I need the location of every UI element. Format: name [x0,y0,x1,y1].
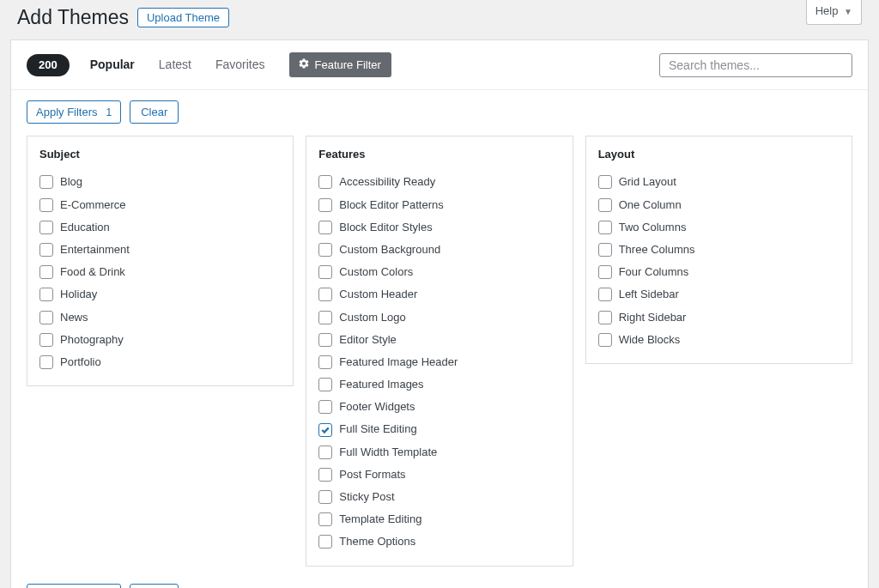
filter-checkbox-label: Theme Options [339,534,415,549]
filter-checkbox-row[interactable]: Template Editing [318,508,560,530]
filter-checkbox-row[interactable]: One Column [598,194,840,216]
filter-checkbox-row[interactable]: Three Columns [598,239,840,261]
filter-checkbox-label: Holiday [60,287,97,302]
apply-filters-button[interactable]: Apply Filters 1 [27,584,121,588]
checkbox-icon [39,333,53,347]
filter-checkbox-label: Block Editor Styles [339,220,432,235]
filter-checkbox-row[interactable]: Grid Layout [598,171,840,193]
checkbox-icon [39,243,53,257]
filter-checkbox-row[interactable]: Food & Drink [39,261,281,283]
browser-bar: 200 Popular Latest Favorites Feature Fil… [11,40,868,90]
filter-checkbox-row[interactable]: Blog [39,171,281,193]
tab-popular[interactable]: Popular [82,53,143,77]
filter-col-layout: Layout Grid LayoutOne ColumnTwo ColumnsT… [585,136,852,364]
filter-checkbox-label: Editor Style [339,332,396,348]
checkbox-icon [39,221,53,234]
filter-checkbox-label: Template Editing [339,512,421,527]
clear-button[interactable]: Clear [130,584,179,588]
filter-checkbox-row[interactable]: Featured Image Header [318,351,560,373]
feature-filter-button[interactable]: Feature Filter [289,52,391,77]
checkbox-icon [318,446,332,459]
checkbox-icon [318,378,332,391]
filter-checkbox-row[interactable]: Editor Style [318,329,560,351]
checkbox-checked-icon [318,423,332,437]
checkbox-icon [318,512,332,526]
filter-checkbox-row[interactable]: Full Site Editing [318,418,560,440]
filter-checkbox-label: Grid Layout [619,174,676,190]
filter-checkbox-label: Post Formats [339,467,405,482]
checkbox-icon [39,265,53,279]
checkbox-icon [318,355,332,369]
checkbox-icon [318,288,332,301]
feature-filter-label: Feature Filter [315,58,381,71]
tab-favorites[interactable]: Favorites [207,53,274,77]
filter-col-title: Subject [39,147,281,162]
filter-col-subject: Subject BlogE-CommerceEducationEntertain… [27,136,294,386]
filter-checkbox-label: Custom Header [339,287,417,302]
filter-checkbox-label: Portfolio [60,355,101,370]
filter-checkbox-row[interactable]: Footer Widgets [318,396,560,418]
checkbox-icon [318,400,332,414]
checkbox-icon [598,333,612,347]
filter-checkbox-row[interactable]: Custom Background [318,239,560,261]
filter-checkbox-row[interactable]: Block Editor Styles [318,216,560,239]
filter-checkbox-row[interactable]: Four Columns [598,261,840,283]
filter-checkbox-row[interactable]: Two Columns [598,216,840,239]
filter-checkbox-label: Sticky Post [339,489,394,505]
filter-checkbox-row[interactable]: E-Commerce [39,194,281,216]
filter-checkbox-label: Four Columns [619,264,689,280]
filter-checkbox-label: Featured Image Header [339,355,458,370]
help-tab[interactable]: Help ▼ [806,0,862,25]
checkbox-icon [318,265,332,279]
checkbox-icon [39,355,53,369]
checkbox-icon [39,288,53,301]
caret-down-icon: ▼ [844,7,852,16]
filter-checkbox-row[interactable]: Post Formats [318,464,560,486]
filter-checkbox-label: E-Commerce [60,197,126,213]
page-header: Add Themes Upload Theme [0,0,879,39]
filter-checkbox-row[interactable]: Block Editor Patterns [318,194,560,216]
filter-checkbox-row[interactable]: Accessibility Ready [318,171,560,193]
filter-checkbox-label: Blog [60,174,82,190]
filter-checkbox-label: Custom Background [339,242,440,258]
filter-checkbox-row[interactable]: Custom Header [318,283,560,306]
filter-checkbox-row[interactable]: Featured Images [318,373,560,396]
filter-checkbox-label: Food & Drink [60,264,125,280]
filter-checkbox-row[interactable]: Left Sidebar [598,283,840,306]
checkbox-icon [598,265,612,279]
checkbox-icon [598,175,612,189]
filter-checkbox-row[interactable]: Photography [39,329,281,351]
apply-filters-count: 1 [106,106,112,118]
filter-col-title: Features [318,147,560,162]
checkbox-icon [598,243,612,257]
checkbox-icon [318,490,332,504]
checkbox-icon [598,311,612,324]
filter-checkbox-label: Custom Logo [339,310,405,325]
tab-latest[interactable]: Latest [150,53,200,77]
checkbox-icon [318,198,332,212]
upload-theme-button[interactable]: Upload Theme [137,8,229,27]
filter-checkbox-label: Right Sidebar [619,310,687,325]
filter-checkbox-row[interactable]: Education [39,216,281,239]
filter-checkbox-row[interactable]: Full Width Template [318,441,560,464]
filter-checkbox-label: Featured Images [339,377,423,392]
filter-checkbox-row[interactable]: Entertainment [39,239,281,261]
filter-checkbox-row[interactable]: Theme Options [318,530,560,553]
filter-checkbox-row[interactable]: Holiday [39,283,281,306]
filter-checkbox-label: Footer Widgets [339,399,415,415]
filter-checkbox-row[interactable]: Custom Logo [318,306,560,329]
filter-checkbox-row[interactable]: Custom Colors [318,261,560,283]
filter-checkbox-label: One Column [619,197,682,213]
apply-filters-button[interactable]: Apply Filters 1 [27,100,121,124]
filter-checkbox-row[interactable]: News [39,306,281,329]
filter-checkbox-label: Education [60,220,110,235]
filter-checkbox-row[interactable]: Wide Blocks [598,329,840,351]
filter-checkbox-row[interactable]: Right Sidebar [598,306,840,329]
search-input[interactable] [659,53,852,77]
filter-checkbox-label: News [60,310,88,325]
filter-checkbox-row[interactable]: Portfolio [39,351,281,373]
theme-count-pill: 200 [27,54,70,76]
filter-checkbox-row[interactable]: Sticky Post [318,486,560,508]
page-title: Add Themes [17,3,129,31]
clear-button[interactable]: Clear [130,100,179,124]
